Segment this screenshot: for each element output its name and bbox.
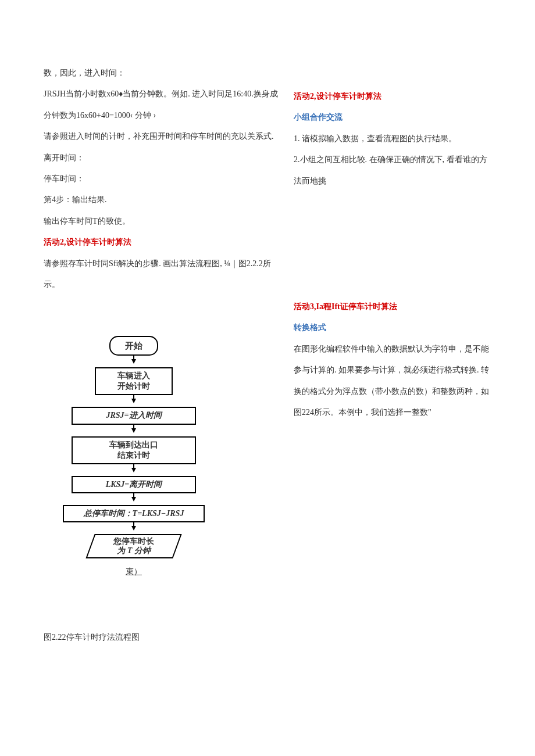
- para: 离开时间：: [44, 148, 285, 169]
- flow-arrow-icon: [131, 497, 136, 501]
- flow-text: 车辆到达出口: [109, 440, 158, 450]
- para: 第4步：输出结果.: [44, 189, 285, 210]
- para: JRSJH当前小时数x60♦当前分钟数。例如. 进入时间足16:40.换身成分钟…: [44, 84, 285, 126]
- subheading-group: 小组合作交流: [294, 107, 491, 128]
- page: 数，因此，进入时间： JRSJH当前小时数x60♦当前分钟数。例如. 进入时间足…: [0, 0, 535, 756]
- para: 停车时间：: [44, 169, 285, 189]
- flow-process-exit: 车辆到达出口 结束计时: [72, 436, 196, 464]
- flow-arrow-icon: [131, 526, 136, 531]
- flow-text: 结束计时: [117, 450, 150, 461]
- para: 1. 谙模拟输入数据，查看流程图的执行结果。: [294, 128, 491, 149]
- flow-end-label: 束）: [55, 562, 212, 582]
- subheading-format: 转换格式: [294, 317, 491, 338]
- para: 数，因此，进入时间：: [44, 63, 285, 84]
- flow-text: 总停车时间：T=LKSJ−JRSJ: [84, 508, 184, 519]
- flow-text: JRSJ=进入时间: [106, 410, 161, 421]
- flow-arrow-icon: [131, 428, 136, 433]
- flow-process-total: 总停车时间：T=LKSJ−JRSJ: [63, 505, 205, 522]
- flow-output: 您停车时长 为 T 分钟: [90, 534, 177, 558]
- flow-text: LKSJ=离开时间: [106, 479, 162, 490]
- flow-arrow-icon: [131, 468, 136, 472]
- flow-process-lksj: LKSJ=离开时间: [72, 476, 196, 493]
- flow-text: 您停车时长: [113, 537, 154, 547]
- flow-process-enter: 车辆进入 开始计时: [95, 367, 173, 395]
- flow-start: 开始: [109, 336, 158, 356]
- para: 请参照存车计时同Sfi解决的步骤. 画出算法流程图, ⅛｜图2.2.2所示。: [44, 253, 285, 296]
- para: 输出停车时间T的致使。: [44, 211, 285, 232]
- figure-caption: 图2.22停车计时疗法流程图: [44, 628, 140, 647]
- para: 请参照进入时间的计时，补充围开时间和停车时间的充以关系式.: [44, 126, 285, 147]
- flow-text: 开始计时: [117, 381, 150, 392]
- flow-arrow-icon: [131, 359, 136, 364]
- activity-2-heading: 活动2,设计停车计时算法: [44, 232, 285, 253]
- para: 在图形化编程软件中输入的数据默认为字符申，是不能参与计算的. 如果要参与计算，就…: [294, 339, 491, 424]
- flowchart: 开始 车辆进入 开始计时 JRSJ=进入时间 车辆到达出口 结束计时 LKSJ=…: [55, 336, 212, 582]
- left-column: 数，因此，进入时间： JRSJH当前小时数x60♦当前分钟数。例如. 进入时间足…: [44, 63, 285, 295]
- flow-process-jrsj: JRSJ=进入时间: [72, 407, 196, 424]
- activity-2-heading-right: 活动2,设计停车计时算法: [294, 86, 491, 107]
- para: 2.小组之间互相比较. 在确保正确的情况下, 看看谁的方法而地挑: [294, 149, 491, 192]
- flow-arrow-icon: [131, 399, 136, 403]
- flow-text: 为 T 分钟: [117, 546, 151, 556]
- activity-3-heading: 活动3,Ia程Ift证停车计时算法: [294, 296, 491, 317]
- right-column-bottom: 活动3,Ia程Ift证停车计时算法 转换格式 在图形化编程软件中输入的数据默认为…: [294, 296, 491, 423]
- right-column-top: 活动2,设计停车计时算法 小组合作交流 1. 谙模拟输入数据，查看流程图的执行结…: [294, 86, 491, 192]
- flow-text: 车辆进入: [117, 371, 150, 381]
